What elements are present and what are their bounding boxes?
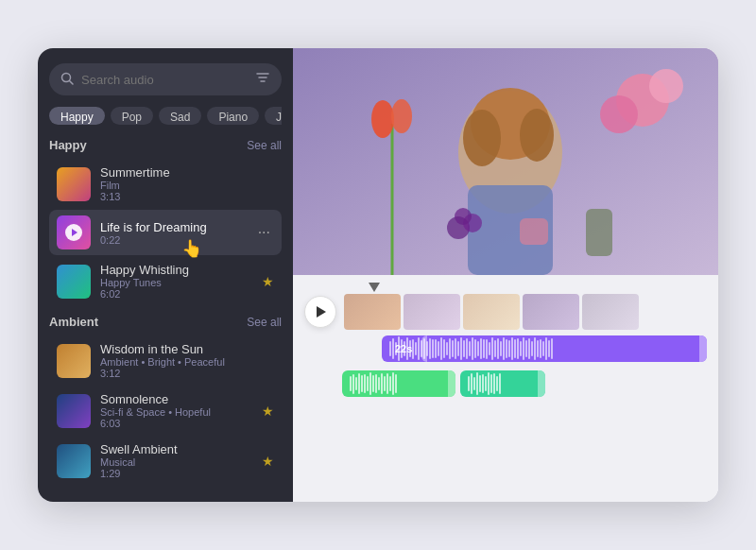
happy-section-title: Happy (49, 138, 87, 152)
track-name-summertime: Summertime (100, 165, 274, 180)
track-life-dreaming[interactable]: Life is for Dreaming 0:22 ··· 👆 (49, 210, 282, 255)
svg-point-20 (455, 208, 472, 225)
search-input[interactable] (81, 73, 248, 87)
video-content-svg (293, 48, 718, 275)
video-background (293, 48, 718, 275)
track-info-life: Life is for Dreaming 0:22 (100, 220, 245, 246)
thumbnails-strip (344, 294, 707, 330)
audio-bar-handle-right[interactable] (699, 335, 707, 362)
timeline-thumbnails-row (304, 294, 707, 330)
track-info-wisdom: Wisdom in the Sun Ambient • Bright • Pea… (100, 342, 274, 379)
track-info-happy: Happy Whistling Happy Tunes 6:02 (100, 263, 252, 300)
track-sub-somnolence: Sci-fi & Space • Hopeful (100, 406, 252, 418)
track-duration-swell: 1:29 (100, 468, 252, 479)
svg-point-15 (371, 100, 394, 138)
playing-indicator (65, 224, 82, 241)
happy-see-all[interactable]: See all (247, 139, 282, 152)
track-happy-whistling[interactable]: Happy Whistling Happy Tunes 6:02 ★ (49, 257, 282, 305)
track-sub-summertime: Film (100, 180, 274, 191)
thumb-frame-4 (523, 294, 579, 330)
waveform-display (382, 335, 707, 362)
playhead-marker (369, 283, 380, 292)
waveform-green-1 (342, 370, 455, 397)
track-swell-ambient[interactable]: Swell Ambient Musical 1:29 ★ (49, 437, 282, 485)
track-duration-somnolence: 6:03 (100, 418, 252, 429)
ambient-section-header: Ambient See all (49, 315, 282, 329)
tag-jazz[interactable]: Jazz (265, 107, 282, 125)
audio-bar-handle-left[interactable] (421, 335, 427, 362)
track-sub-happy: Happy Tunes (100, 277, 252, 288)
track-name-happy: Happy Whistling (100, 263, 252, 277)
track-somnolence[interactable]: Somnolence Sci-fi & Space • Hopeful 6:03… (49, 387, 282, 435)
audio-track-main: 22s (304, 335, 707, 401)
happy-section-header: Happy See all (49, 138, 282, 152)
track-sub-life: 0:22 (100, 234, 245, 246)
track-sub-wisdom: Ambient • Bright • Peaceful (100, 356, 274, 368)
play-triangle (72, 229, 77, 236)
video-preview (293, 48, 718, 275)
svg-point-16 (391, 99, 412, 133)
thumb-frame-2 (404, 294, 460, 330)
audio-bar-green-2[interactable] (460, 370, 545, 397)
svg-rect-21 (520, 218, 548, 245)
main-card: Happy Pop Sad Piano Jazz B+ Happy See al… (38, 48, 718, 502)
track-duration-summertime: 3:13 (100, 191, 274, 202)
audio-bar-green-1[interactable] (342, 370, 455, 397)
track-duration-happy: 6:02 (100, 288, 252, 300)
svg-point-9 (520, 109, 554, 162)
track-info-somnolence: Somnolence Sci-fi & Space • Hopeful 6:03 (100, 392, 252, 429)
audio-bar-purple[interactable]: 22s (382, 335, 707, 362)
play-triangle-dark (317, 306, 326, 318)
tag-happy[interactable]: Happy (49, 107, 105, 125)
tags-row: Happy Pop Sad Piano Jazz B+ (49, 107, 282, 125)
thumb-frame-5 (582, 294, 639, 330)
track-duration-wisdom: 3:12 (100, 368, 274, 379)
timeline-play-button[interactable] (304, 296, 336, 328)
audio-time-label: 22s (395, 343, 412, 354)
green-bar-1-handle[interactable] (448, 370, 455, 397)
ambient-see-all[interactable]: See all (247, 316, 282, 329)
track-thumb-summertime (57, 167, 91, 201)
audio-library-panel: Happy Pop Sad Piano Jazz B+ Happy See al… (38, 48, 293, 502)
track-thumb-swell (57, 444, 91, 478)
search-bar[interactable] (49, 63, 282, 95)
svg-rect-17 (586, 209, 612, 256)
preview-panel: 22s (293, 48, 718, 502)
track-name-swell: Swell Ambient (100, 442, 252, 456)
track-name-life: Life is for Dreaming (100, 220, 245, 234)
waveform-green-2 (460, 370, 545, 397)
svg-line-1 (70, 80, 74, 84)
track-name-wisdom: Wisdom in the Sun (100, 342, 274, 356)
tag-piano[interactable]: Piano (207, 107, 259, 125)
green-bar-2-handle[interactable] (538, 370, 545, 397)
track-name-somnolence: Somnolence (100, 392, 252, 406)
track-thumb-life (57, 215, 91, 249)
svg-point-13 (600, 95, 638, 133)
thumb-frame-1 (344, 294, 401, 330)
svg-point-12 (649, 69, 683, 103)
track-thumb-happy (57, 265, 91, 299)
timeline-section: 22s (293, 275, 718, 502)
track-wisdom-sun[interactable]: Wisdom in the Sun Ambient • Bright • Pea… (49, 336, 282, 385)
thumb-frame-3 (463, 294, 520, 330)
ambient-section-title: Ambient (49, 315, 98, 329)
track-thumb-somnolence (57, 394, 91, 428)
track-more-button[interactable]: ··· (254, 222, 274, 243)
search-icon (60, 72, 74, 88)
track-info-swell: Swell Ambient Musical 1:29 (100, 442, 252, 479)
tag-pop[interactable]: Pop (111, 107, 153, 125)
track-star-somnolence[interactable]: ★ (262, 404, 274, 419)
tag-sad[interactable]: Sad (159, 107, 201, 125)
filter-icon[interactable] (255, 70, 270, 89)
track-info-summertime: Summertime Film 3:13 (100, 165, 274, 202)
track-thumb-wisdom (57, 344, 91, 378)
svg-point-8 (463, 110, 501, 166)
track-summertime[interactable]: Summertime Film 3:13 (49, 160, 282, 208)
track-star-happy[interactable]: ★ (262, 274, 274, 289)
track-star-swell[interactable]: ★ (262, 454, 274, 469)
track-sub-swell: Musical (100, 456, 252, 468)
